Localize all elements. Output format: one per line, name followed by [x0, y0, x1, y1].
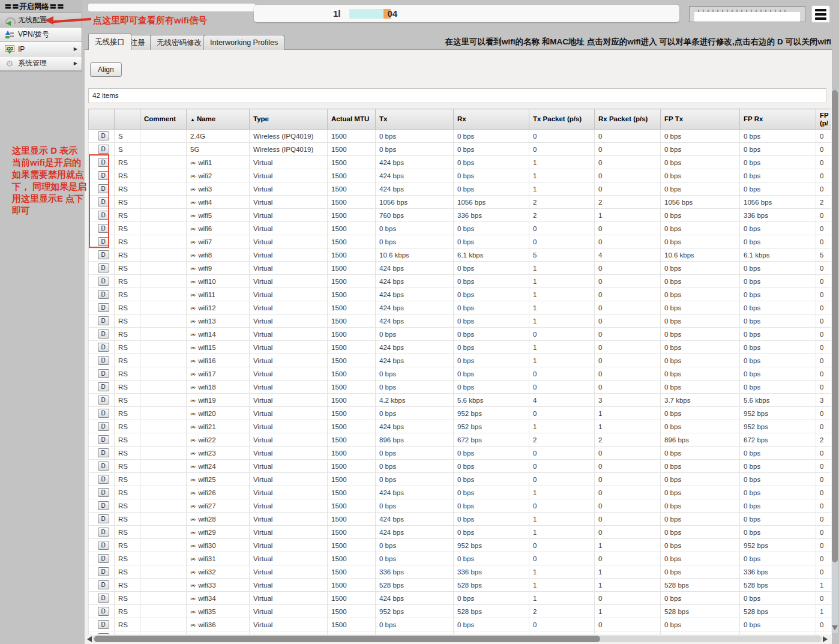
- table-row[interactable]: DRS‹•›wifi24Virtual15000 bps0 bps000 bps…: [89, 460, 832, 473]
- name-cell[interactable]: ‹•›wifi5: [187, 209, 250, 222]
- table-row[interactable]: DRS‹•›wifi27Virtual15000 bps0 bps000 bps…: [89, 499, 832, 513]
- table-row[interactable]: DRS‹•›wifi13Virtual1500424 bps0 bps100 b…: [89, 314, 832, 328]
- disable-button[interactable]: D: [98, 462, 109, 471]
- name-cell[interactable]: ‹•›wifi7: [187, 235, 250, 248]
- disable-button[interactable]: D: [98, 250, 109, 259]
- disable-button[interactable]: D: [98, 475, 109, 484]
- table-row[interactable]: DRS‹•›wifi19Virtual15004.2 kbps5.6 kbps4…: [89, 394, 832, 407]
- name-cell[interactable]: ‹•›wifi8: [187, 248, 250, 262]
- name-cell[interactable]: ‹•›wifi36: [187, 618, 250, 631]
- name-cell[interactable]: ‹•›wifi16: [187, 354, 250, 367]
- table-row[interactable]: DRS‹•›wifi23Virtual15000 bps0 bps000 bps…: [89, 447, 832, 460]
- sidebar-item-ip[interactable]: 255 IP ▶: [0, 42, 82, 56]
- table-row[interactable]: DRS‹•›wifi15Virtual1500424 bps0 bps100 b…: [89, 341, 832, 354]
- hamburger-menu-button[interactable]: [811, 5, 830, 23]
- disable-button[interactable]: D: [98, 567, 109, 576]
- table-row[interactable]: DRS‹•›wifi18Virtual15000 bps0 bps000 bps…: [89, 381, 832, 394]
- name-cell[interactable]: ‹•›wifi31: [187, 552, 250, 565]
- disable-button[interactable]: D: [98, 356, 109, 365]
- table-row[interactable]: DRS‹•›wifi5Virtual1500760 bps336 bps210 …: [89, 209, 832, 222]
- name-cell[interactable]: ‹•›wifi15: [187, 341, 250, 354]
- column-header-rx[interactable]: Rx: [454, 109, 529, 130]
- table-row[interactable]: DRS‹•›wifi36Virtual15000 bps0 bps000 bps…: [89, 618, 832, 631]
- table-row[interactable]: DRS‹•›wifi1Virtual1500424 bps0 bps100 bp…: [89, 156, 832, 169]
- tab-wireless-interfaces[interactable]: 无线接口: [88, 33, 131, 50]
- name-cell[interactable]: ‹•›wifi14: [187, 328, 250, 341]
- name-cell[interactable]: ‹•›wifi17: [187, 367, 250, 381]
- table-row[interactable]: DRS‹•›wifi32Virtual1500336 bps336 bps110…: [89, 565, 832, 579]
- scroll-left-arrow-icon[interactable]: [87, 636, 92, 642]
- scroll-right-arrow-icon[interactable]: [823, 636, 828, 642]
- name-cell[interactable]: ‹•›wifi37: [187, 631, 250, 635]
- vscroll-thumb[interactable]: [832, 90, 838, 562]
- name-cell[interactable]: ‹•›wifi21: [187, 420, 250, 433]
- disable-button[interactable]: D: [98, 396, 109, 405]
- name-cell[interactable]: ‹•›wifi28: [187, 513, 250, 526]
- table-row[interactable]: DS2.4GWireless (IPQ4019)15000 bps0 bps00…: [89, 130, 832, 143]
- table-row[interactable]: DRS‹•›wifi2Virtual1500424 bps0 bps100 bp…: [89, 169, 832, 182]
- disable-button[interactable]: D: [98, 303, 109, 312]
- disable-button[interactable]: D: [98, 330, 109, 339]
- name-cell[interactable]: 5G: [187, 143, 250, 156]
- table-row[interactable]: DRS‹•›wifi6Virtual15000 bps0 bps000 bps0…: [89, 222, 832, 235]
- table-row[interactable]: DRS‹•›wifi16Virtual1500424 bps0 bps100 b…: [89, 354, 832, 367]
- table-row[interactable]: DRS‹•›wifi17Virtual15000 bps0 bps000 bps…: [89, 367, 832, 381]
- table-row[interactable]: DRS‹•›wifi29Virtual1500424 bps0 bps100 b…: [89, 526, 832, 539]
- table-row[interactable]: DRS‹•›wifi31Virtual15000 bps0 bps000 bps…: [89, 552, 832, 565]
- disable-button[interactable]: D: [98, 263, 109, 272]
- name-cell[interactable]: ‹•›wifi27: [187, 499, 250, 513]
- sidebar-item-system[interactable]: ⚙ 系统管理 ▶: [0, 56, 82, 71]
- column-header-btn[interactable]: [89, 109, 115, 130]
- table-row[interactable]: DRS‹•›wifi10Virtual1500424 bps0 bps100 b…: [89, 275, 832, 288]
- table-row[interactable]: DRS‹•›wifi28Virtual1500424 bps0 bps100 b…: [89, 513, 832, 526]
- disable-button[interactable]: D: [98, 594, 109, 603]
- table-row[interactable]: DRS‹•›wifi30Virtual15000 bps952 bps010 b…: [89, 539, 832, 552]
- disable-button[interactable]: D: [98, 316, 109, 325]
- disable-button[interactable]: D: [98, 541, 109, 550]
- name-cell[interactable]: ‹•›wifi1: [187, 156, 250, 169]
- disable-button[interactable]: D: [98, 343, 109, 352]
- table-row[interactable]: DRS‹•›wifi20Virtual15000 bps952 bps010 b…: [89, 407, 832, 420]
- name-cell[interactable]: ‹•›wifi18: [187, 381, 250, 394]
- tab-password-change[interactable]: 无线密码修改: [150, 35, 208, 50]
- table-row[interactable]: DS5GWireless (IPQ4019)15000 bps0 bps000 …: [89, 143, 832, 156]
- disable-button[interactable]: D: [98, 501, 109, 510]
- scroll-down-arrow-icon[interactable]: [832, 625, 838, 630]
- column-header-comment[interactable]: Comment: [140, 109, 187, 130]
- disable-button[interactable]: D: [98, 448, 109, 457]
- disable-button[interactable]: D: [98, 369, 109, 378]
- hscroll-thumb[interactable]: [94, 636, 600, 642]
- table-row[interactable]: DRS‹•›wifi26Virtual1500424 bps0 bps100 b…: [89, 486, 832, 499]
- disable-button[interactable]: D: [98, 131, 109, 140]
- table-row[interactable]: DRS‹•›wifi4Virtual15001056 bps1056 bps22…: [89, 196, 832, 209]
- name-cell[interactable]: ‹•›wifi2: [187, 169, 250, 182]
- disable-button[interactable]: D: [98, 620, 109, 629]
- disable-button[interactable]: D: [98, 435, 109, 444]
- column-header-fptx[interactable]: FP Tx: [661, 109, 740, 130]
- align-button[interactable]: Align: [90, 62, 122, 77]
- disable-button[interactable]: D: [98, 528, 109, 537]
- name-cell[interactable]: ‹•›wifi34: [187, 592, 250, 605]
- disable-button[interactable]: D: [98, 145, 109, 154]
- table-row[interactable]: DRS‹•›wifi21Virtual1500424 bps952 bps110…: [89, 420, 832, 433]
- name-cell[interactable]: ‹•›wifi10: [187, 275, 250, 288]
- sidebar-item-vpn[interactable]: VPN/拨号: [0, 28, 82, 42]
- name-cell[interactable]: ‹•›wifi33: [187, 579, 250, 592]
- disable-button[interactable]: D: [98, 277, 109, 286]
- column-header-fpp[interactable]: FP (p/: [816, 109, 832, 130]
- disable-button[interactable]: D: [98, 382, 109, 391]
- name-cell[interactable]: ‹•›wifi26: [187, 486, 250, 499]
- name-cell[interactable]: ‹•›wifi25: [187, 473, 250, 486]
- disable-button[interactable]: D: [98, 488, 109, 497]
- table-row[interactable]: DRS‹•›wifi22Virtual1500896 bps672 bps228…: [89, 433, 832, 447]
- column-header-tx[interactable]: Tx: [376, 109, 454, 130]
- name-cell[interactable]: ‹•›wifi35: [187, 605, 250, 618]
- name-cell[interactable]: ‹•›wifi4: [187, 196, 250, 209]
- name-cell[interactable]: ‹•›wifi23: [187, 447, 250, 460]
- horizontal-scrollbar[interactable]: [87, 635, 828, 643]
- name-cell[interactable]: ‹•›wifi32: [187, 565, 250, 579]
- name-cell[interactable]: 2.4G: [187, 130, 250, 143]
- table-row[interactable]: DRS‹•›wifi33Virtual1500528 bps528 bps115…: [89, 579, 832, 592]
- vertical-scrollbar[interactable]: [832, 90, 838, 633]
- disable-button[interactable]: D: [98, 514, 109, 523]
